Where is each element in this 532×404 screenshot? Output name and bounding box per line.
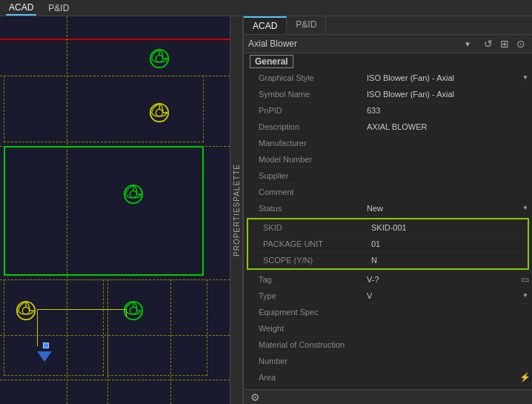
- field-description[interactable]: Description AXIAL BLOWER: [244, 119, 532, 135]
- properties-palette-label[interactable]: PROPERTIESPALETTE: [230, 16, 243, 404]
- section-general-header: General: [250, 55, 293, 68]
- field-pnpid[interactable]: PnPID 633: [244, 102, 532, 119]
- field-weight[interactable]: Weight: [244, 320, 532, 337]
- canvas-area[interactable]: [0, 16, 230, 404]
- value-area[interactable]: [362, 375, 517, 380]
- value-symbol-name: ISO Blower (Fan) - Axial: [362, 87, 532, 101]
- label-material-construction: Material of Construction: [244, 338, 362, 351]
- tab-acad[interactable]: ACAD: [6, 1, 36, 16]
- label-number: Number: [244, 354, 362, 368]
- bottom-bar: ⚙: [244, 389, 532, 404]
- highlighted-group: SKID SKID-001 PACKAGE UNIT 01 SCOPE (Y/N…: [247, 218, 529, 270]
- rect-middle-selected: [4, 146, 204, 276]
- value-graphical-style[interactable]: ISO Blower (Fan) - Axial: [362, 71, 532, 85]
- field-comment[interactable]: Comment: [244, 184, 532, 200]
- value-type[interactable]: V: [362, 289, 532, 302]
- label-scope: SCOPE (Y/N): [248, 254, 367, 267]
- value-supplier[interactable]: [362, 173, 532, 178]
- prop-tab-bar: ACAD P&ID: [244, 16, 532, 35]
- field-area[interactable]: Area ⚡: [244, 369, 532, 385]
- label-area: Area: [244, 371, 362, 384]
- value-status[interactable]: New: [362, 202, 532, 215]
- value-weight[interactable]: [362, 326, 532, 331]
- blower-4[interactable]: [15, 299, 37, 324]
- graphical-style-dropdown-arrow[interactable]: [519, 71, 532, 85]
- label-equipment-spec: Equipment Spec: [244, 305, 362, 319]
- status-dropdown-arrow[interactable]: [519, 202, 532, 215]
- label-supplier: Supplier: [244, 169, 362, 182]
- type-dropdown-arrow[interactable]: [519, 289, 532, 302]
- label-manufacturer: Manufacturer: [244, 136, 362, 150]
- field-number[interactable]: Number: [244, 353, 532, 369]
- value-scope[interactable]: N: [367, 254, 528, 267]
- svg-point-11: [130, 191, 136, 197]
- field-equipment-spec[interactable]: Equipment Spec: [244, 304, 532, 320]
- tab-bar: ACAD P&ID: [0, 0, 532, 16]
- label-status: Status: [244, 202, 362, 215]
- svg-point-20: [130, 307, 136, 314]
- tab-acad-prop[interactable]: ACAD: [244, 16, 287, 34]
- field-tag[interactable]: Tag V-? ▭: [244, 271, 532, 288]
- h-line-5: [0, 380, 230, 380]
- red-border-line: [0, 39, 230, 40]
- label-tag: Tag: [244, 273, 362, 286]
- label-comment: Comment: [244, 185, 362, 199]
- blower-1[interactable]: [148, 47, 170, 72]
- area-bolt-icon[interactable]: ⚡: [517, 370, 532, 385]
- value-tag[interactable]: V-?: [362, 273, 517, 286]
- label-model-number: Model Number: [244, 153, 362, 166]
- properties-panel: ACAD P&ID Axial Blower ▼ ↺ ⊞ ⊙ General G…: [243, 16, 532, 404]
- circle-icon[interactable]: ⊙: [514, 37, 528, 50]
- svg-point-1: [156, 55, 162, 62]
- svg-point-6: [156, 109, 162, 116]
- prop-title: Axial Blower: [248, 39, 461, 49]
- value-number[interactable]: [362, 359, 532, 363]
- title-dropdown-arrow[interactable]: ▼: [464, 40, 471, 48]
- value-manufacturer[interactable]: [362, 141, 532, 145]
- label-pnpid: PnPID: [244, 104, 362, 117]
- rect-upper: [4, 76, 204, 142]
- flow-direction-triangle: [37, 351, 52, 362]
- field-package-unit[interactable]: PACKAGE UNIT 01: [248, 236, 528, 252]
- connector-square: [43, 342, 49, 348]
- field-type[interactable]: Type V: [244, 288, 532, 304]
- prop-content[interactable]: General Graphical Style ISO Blower (Fan)…: [244, 53, 532, 389]
- field-scope[interactable]: SCOPE (Y/N) N: [248, 252, 528, 268]
- label-symbol-name: Symbol Name: [244, 87, 362, 101]
- field-supplier[interactable]: Supplier: [244, 168, 532, 184]
- settings-gear-icon[interactable]: ⚙: [248, 391, 262, 404]
- tab-pid[interactable]: P&ID: [45, 1, 72, 15]
- connector-line-v: [37, 309, 38, 346]
- field-model-number[interactable]: Model Number: [244, 151, 532, 168]
- label-weight: Weight: [244, 322, 362, 335]
- value-material-construction[interactable]: [362, 342, 532, 347]
- value-skid[interactable]: SKID-001: [367, 221, 528, 234]
- field-status[interactable]: Status New: [244, 200, 532, 216]
- grid-icon[interactable]: ⊞: [498, 37, 511, 50]
- field-graphical-style[interactable]: Graphical Style ISO Blower (Fan) - Axial: [244, 70, 532, 86]
- value-model-number[interactable]: [362, 157, 532, 162]
- tab-pid-prop[interactable]: P&ID: [287, 16, 326, 34]
- svg-point-16: [22, 307, 29, 314]
- refresh-icon[interactable]: ↺: [482, 37, 495, 50]
- rect-lower-right: [107, 279, 207, 376]
- label-type: Type: [244, 289, 362, 302]
- prop-toolbar: Axial Blower ▼ ↺ ⊞ ⊙: [244, 35, 532, 53]
- connector-line-h: [37, 309, 126, 310]
- value-description: AXIAL BLOWER: [362, 120, 532, 133]
- field-symbol-name[interactable]: Symbol Name ISO Blower (Fan) - Axial: [244, 86, 532, 102]
- field-skid[interactable]: SKID SKID-001: [248, 219, 528, 236]
- tag-edit-icon[interactable]: ▭: [517, 272, 532, 287]
- blower-3[interactable]: [122, 183, 144, 208]
- label-skid: SKID: [248, 221, 367, 234]
- connector-line-v2: [126, 309, 127, 317]
- value-equipment-spec[interactable]: [362, 310, 532, 314]
- main-area: PROPERTIESPALETTE ACAD P&ID Axial Blower…: [0, 16, 532, 404]
- rect-lower-left: [4, 279, 104, 376]
- value-package-unit[interactable]: 01: [367, 237, 528, 251]
- label-package-unit: PACKAGE UNIT: [248, 237, 367, 251]
- field-manufacturer[interactable]: Manufacturer: [244, 135, 532, 151]
- value-comment[interactable]: [362, 190, 532, 194]
- field-material-construction[interactable]: Material of Construction: [244, 337, 532, 353]
- blower-2[interactable]: [148, 102, 170, 126]
